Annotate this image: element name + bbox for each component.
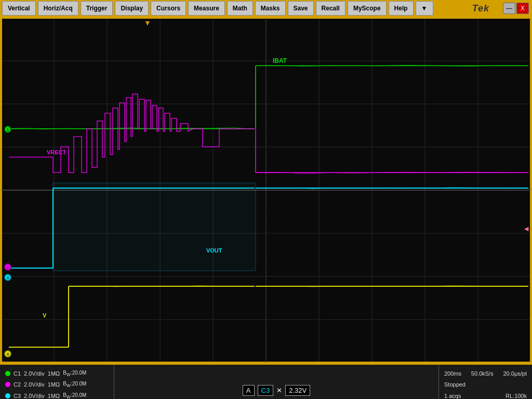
menu-vertical[interactable]: Vertical bbox=[2, 1, 36, 16]
menu-myscope[interactable]: MyScope bbox=[348, 1, 387, 16]
ch1-status: C1 2.0V/div 1MΩ BW:20.0M bbox=[5, 370, 109, 377]
time-div: 200ms bbox=[444, 370, 461, 377]
acqs-count: 1 acqs bbox=[444, 393, 461, 399]
ch1-label: C1 bbox=[14, 370, 21, 377]
brand-logo: Tek bbox=[472, 3, 489, 14]
ch1-imp: 1MΩ bbox=[48, 370, 60, 377]
trigger-section: A C3 ✕ 2.32V bbox=[114, 365, 438, 399]
ch1-indicator[interactable]: 1 bbox=[4, 126, 11, 133]
time-pt: 20.0μs/pt bbox=[503, 370, 527, 377]
ch3-volts: 2.0V/div bbox=[24, 393, 45, 399]
menu-overflow[interactable]: ▼ bbox=[416, 1, 433, 16]
svg-rect-11 bbox=[53, 183, 256, 271]
svg-text:VRECT: VRECT bbox=[47, 149, 66, 155]
ch3-status: C3 2.0V/div 1MΩ BW:20.0M bbox=[5, 392, 109, 399]
ch3-imp: 1MΩ bbox=[48, 393, 60, 399]
scope-display: IBAT VRECT VOUT V 1 2 3 4 ▼ ◄ bbox=[0, 17, 532, 364]
timebase-row-3: 1 acqs RL:100k bbox=[444, 393, 527, 399]
channel-info: C1 2.0V/div 1MΩ BW:20.0M C2 2.0V/div 1MΩ… bbox=[0, 365, 114, 399]
ch2-bw: BW:20.0M bbox=[63, 381, 86, 388]
menu-masks[interactable]: Masks bbox=[255, 1, 286, 16]
ch2-imp: 1MΩ bbox=[48, 381, 60, 388]
statusbar: C1 2.0V/div 1MΩ BW:20.0M C2 2.0V/div 1MΩ… bbox=[0, 364, 532, 399]
trigger-ch-label: C3 bbox=[261, 387, 270, 394]
menu-cursors[interactable]: Cursors bbox=[151, 1, 186, 16]
trigger-mode-label: A bbox=[246, 387, 251, 394]
timebase-row-1: 200ms 50.0kS/s 20.0μs/pt bbox=[444, 370, 527, 377]
menu-trigger[interactable]: Trigger bbox=[81, 1, 113, 16]
svg-text:IBAT: IBAT bbox=[273, 58, 287, 65]
trigger-symbol: ✕ bbox=[276, 387, 282, 394]
trigger-mode-box: A bbox=[243, 385, 255, 396]
ch3-bw: BW:20.0M bbox=[63, 392, 86, 399]
right-arrow-indicator: ◄ bbox=[523, 224, 530, 233]
timebase-section: 200ms 50.0kS/s 20.0μs/pt Stopped 1 acqs … bbox=[438, 365, 532, 399]
ch1-bw: BW:20.0M bbox=[63, 370, 86, 377]
menu-measure[interactable]: Measure bbox=[188, 1, 225, 16]
stopped-status: Stopped bbox=[444, 381, 466, 388]
ch3-dot bbox=[5, 393, 10, 398]
ch1-volts: 2.0V/div bbox=[24, 370, 45, 377]
trigger-ch-box: C3 bbox=[258, 385, 274, 396]
window-controls: — X bbox=[503, 3, 529, 14]
ch4-indicator[interactable]: 4 bbox=[4, 350, 11, 357]
menu-math[interactable]: Math bbox=[227, 1, 253, 16]
menu-display[interactable]: Display bbox=[115, 1, 149, 16]
svg-text:V: V bbox=[43, 312, 47, 318]
timebase-row-2: Stopped bbox=[444, 381, 527, 388]
minimize-button[interactable]: — bbox=[503, 3, 515, 14]
menu-horiz-acq[interactable]: Horiz/Acq bbox=[38, 1, 78, 16]
ch2-status: C2 2.0V/div 1MΩ BW:20.0M bbox=[5, 381, 109, 388]
rl-value: RL:100k bbox=[506, 393, 527, 399]
menu-help[interactable]: Help bbox=[389, 1, 414, 16]
sample-rate: 50.0kS/s bbox=[471, 370, 494, 377]
trigger-value-box: 2.32V bbox=[285, 385, 310, 396]
ch3-indicator[interactable]: 3 bbox=[4, 274, 11, 281]
ch2-label: C2 bbox=[14, 381, 21, 388]
close-button[interactable]: X bbox=[516, 3, 529, 14]
waveform-svg: IBAT VRECT VOUT V bbox=[1, 18, 531, 363]
trigger-arrow: ▼ bbox=[144, 19, 151, 27]
titlebar: Vertical Horiz/Acq Trigger Display Curso… bbox=[0, 0, 532, 17]
ch2-indicator[interactable]: 2 bbox=[4, 263, 11, 271]
ch1-dot bbox=[5, 371, 10, 376]
ch2-dot bbox=[5, 382, 10, 387]
ch2-volts: 2.0V/div bbox=[24, 381, 45, 388]
menu-recall[interactable]: Recall bbox=[316, 1, 345, 16]
menu-save[interactable]: Save bbox=[288, 1, 314, 16]
ch3-label: C3 bbox=[14, 393, 21, 399]
trigger-value: 2.32V bbox=[289, 387, 307, 394]
